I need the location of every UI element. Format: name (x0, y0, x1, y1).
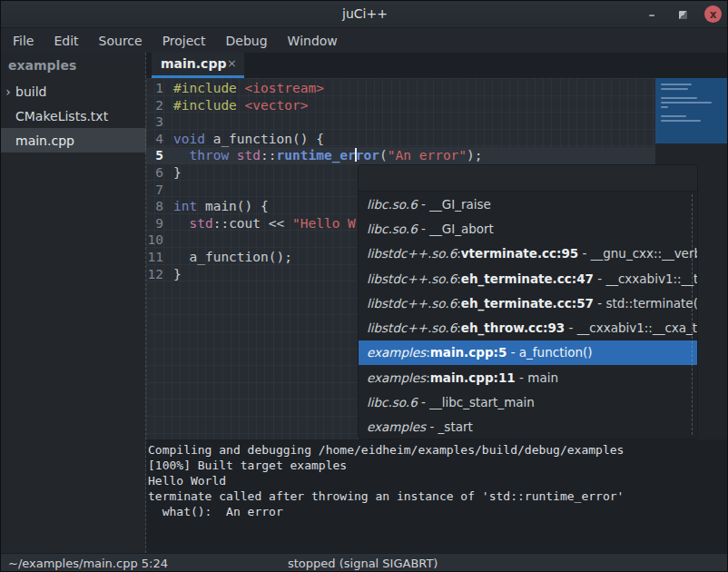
code-segment: a_function() { (205, 132, 324, 146)
menu-item-file[interactable]: File (3, 30, 44, 52)
frame-symbol: __GI_abort (429, 222, 494, 236)
frame-library: examples (367, 370, 426, 385)
pane-separator[interactable] (145, 53, 146, 553)
source-map-slider[interactable] (655, 78, 728, 143)
line-number: 7 (146, 182, 170, 199)
code-segment: void (173, 132, 205, 146)
backtrace-row[interactable]: libstdc++.so.6:eh_throw.cc:93 - __cxxabi… (359, 315, 697, 340)
code-segment: std (237, 148, 261, 163)
frame-separator: - (426, 419, 438, 434)
restore-icon[interactable] (674, 6, 691, 23)
frame-symbol: _start (438, 419, 473, 434)
menu-item-project[interactable]: Project (152, 30, 216, 52)
frame-symbol: __GI_raise (429, 197, 491, 212)
popup-scrollbar[interactable] (692, 194, 693, 435)
code-line[interactable]: 1#include <iostream> (146, 80, 655, 97)
map-line (661, 88, 688, 90)
code-segment: std (189, 216, 212, 231)
sidebar-item-build[interactable]: ›build (1, 79, 146, 104)
code-text: } (170, 266, 182, 283)
code-line[interactable]: 4void a_function() { (146, 131, 655, 148)
sidebar-item-main-cpp[interactable]: main.cpp (1, 128, 146, 153)
code-text: void a_function() { (170, 131, 324, 148)
code-segment: <vector> (245, 98, 309, 113)
tree-item-label: main.cpp (15, 133, 74, 148)
title-bar[interactable]: juCi++ – x (1, 1, 728, 28)
frame-library: libstdc++.so.6 (367, 271, 457, 286)
terminal-line: terminate called after throwing an insta… (148, 488, 728, 504)
code-line[interactable]: 2#include <vector> (146, 97, 655, 114)
frame-library: libstdc++.so.6 (367, 321, 457, 335)
frame-library: libstdc++.so.6 (367, 246, 457, 261)
line-number: 10 (146, 232, 170, 249)
menu-item-source[interactable]: Source (89, 30, 152, 52)
code-segment: #include (173, 98, 237, 113)
code-segment: runtime_er (277, 148, 356, 163)
tree-item-label: build (15, 84, 46, 99)
frame-symbol: main (527, 370, 558, 385)
frame-separator: - (594, 296, 605, 311)
code-segment (173, 148, 189, 163)
frame-library: libc.so.6 (367, 222, 418, 236)
frame-separator: - (418, 197, 429, 212)
line-number: 1 (146, 80, 170, 97)
backtrace-row[interactable]: libstdc++.so.6:eh_terminate.cc:57 - std:… (359, 291, 697, 315)
backtrace-row[interactable]: libc.so.6 - __GI_raise (359, 192, 697, 216)
debug-status: stopped (signal SIGABRT) (288, 557, 438, 570)
code-segment: #include (173, 81, 237, 95)
map-line (661, 84, 692, 85)
status-bar: ~/examples/main.cpp 5:24 stopped (signal… (1, 553, 728, 572)
code-line[interactable]: 5 throw std::runtime_error("An error"); (146, 147, 655, 164)
code-segment: <iostream> (245, 81, 324, 95)
backtrace-row[interactable]: libstdc++.so.6:vterminate.cc:95 - __gnu_… (359, 242, 697, 266)
code-segment: main() { (197, 199, 269, 213)
backtrace-row[interactable]: libc.so.6 - __libc_start_main (359, 390, 697, 414)
code-segment: :: (261, 148, 276, 163)
terminal-line: [100%] Built target examples (148, 458, 728, 473)
minimize-icon[interactable]: – (644, 6, 660, 23)
menu-item-edit[interactable]: Edit (44, 30, 88, 52)
code-segment: "An error" (388, 148, 467, 163)
code-segment: int (173, 199, 197, 213)
build-terminal[interactable]: Compiling and debugging /home/eidheim/ex… (146, 439, 728, 553)
tab-main-cpp[interactable]: main.cpp × (152, 53, 244, 78)
code-segment (237, 81, 245, 95)
frame-symbol: std::terminate() (605, 296, 697, 311)
code-text: a_function(); (170, 249, 292, 266)
file-tree: ›buildCMakeLists.txtmain.cpp (1, 79, 146, 153)
line-number: 3 (146, 113, 170, 131)
line-number: 5 (146, 147, 170, 164)
code-segment (237, 98, 245, 113)
tab-close-icon[interactable]: × (227, 56, 237, 70)
backtrace-row[interactable]: libstdc++.so.6:eh_terminate.cc:47 - __cx… (359, 266, 697, 291)
frame-library: examples (367, 345, 426, 360)
menu-item-debug[interactable]: Debug (216, 30, 278, 52)
map-line (661, 115, 686, 117)
backtrace-row[interactable]: examples - _start (359, 415, 697, 439)
sidebar-item-cmakelists-txt[interactable]: CMakeLists.txt (1, 104, 146, 128)
window-title: juCi++ (1, 6, 728, 21)
frame-symbol: __libc_start_main (429, 395, 535, 409)
terminal-line: Hello World (148, 473, 728, 488)
backtrace-popup: libc.so.6 - __GI_raiselibc.so.6 - __GI_a… (358, 164, 698, 439)
frame-library: libstdc++.so.6 (367, 296, 457, 311)
frame-symbol: __cxxabiv1::__cxa_thro (577, 321, 697, 335)
code-text: #include <iostream> (170, 80, 324, 97)
backtrace-row[interactable]: libc.so.6 - __GI_abort (359, 216, 697, 241)
frame-file-line: eh_terminate.cc:57 (461, 296, 594, 311)
menu-bar: FileEditSourceProjectDebugWindow (1, 28, 728, 53)
line-number: 9 (146, 215, 170, 232)
backtrace-row[interactable]: examples:main.cpp:5 - a_function() (359, 340, 697, 365)
line-number: 12 (146, 266, 170, 283)
code-text (170, 113, 173, 131)
frame-symbol: __gnu_cxx::__verbos (591, 246, 697, 261)
backtrace-row[interactable]: examples:main.cpp:11 - main (359, 365, 697, 390)
code-line[interactable]: 3 (146, 113, 655, 131)
line-number: 8 (146, 198, 170, 215)
frame-file-line: main.cpp:11 (430, 370, 516, 385)
close-icon[interactable]: x (704, 5, 722, 23)
code-segment (229, 148, 237, 163)
tree-item-label: CMakeLists.txt (15, 109, 108, 123)
menu-item-window[interactable]: Window (278, 30, 348, 52)
code-segment: ::cout << (213, 216, 292, 231)
